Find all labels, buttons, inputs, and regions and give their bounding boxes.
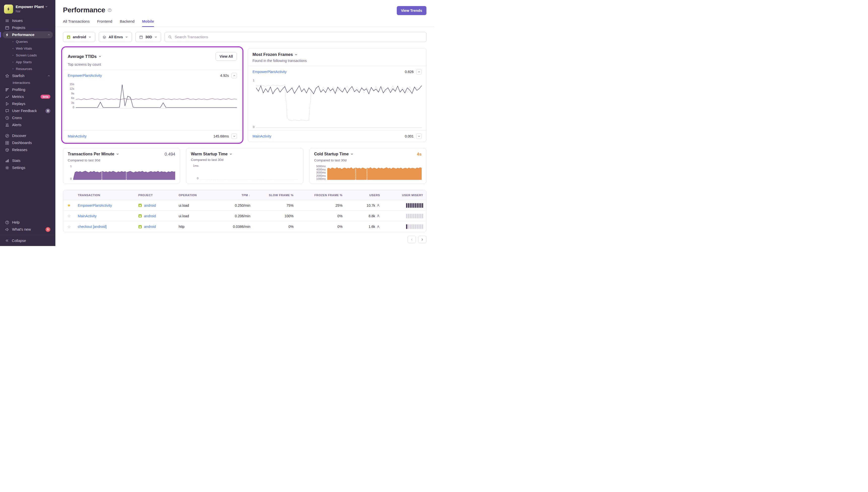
calendar-icon: [139, 35, 143, 39]
average-ttids-title-dropdown[interactable]: Average TTIDs: [68, 54, 101, 59]
tab-all-transactions[interactable]: All Transactions: [63, 19, 90, 27]
misery-bar: [418, 214, 420, 218]
collapse-row-button[interactable]: [416, 69, 422, 75]
sidebar-subitem-resources[interactable]: Resources: [2, 66, 53, 72]
sidebar-subitem-interactions[interactable]: Interactions: [2, 79, 53, 86]
sidebar-item-label: Profiling: [12, 88, 50, 92]
sidebar-item-replays[interactable]: Replays: [2, 100, 53, 107]
sidebar-subitem-label: Interactions: [12, 81, 30, 84]
stats-icon: [5, 158, 9, 163]
users-cell: 10.7k: [346, 203, 383, 207]
sidebar-item-starfish[interactable]: Starfish: [2, 72, 53, 79]
column-header-transaction[interactable]: TRANSACTION: [75, 194, 135, 197]
transaction-link[interactable]: MainActivity: [253, 134, 405, 138]
transactions-per-minute-card: Transactions Per Minute 0.494 Compared t…: [63, 148, 180, 184]
chevron-down-icon: [98, 55, 101, 58]
column-header-tpm[interactable]: TPM↓: [213, 194, 253, 197]
search-input[interactable]: [174, 35, 423, 39]
star-outline-icon[interactable]: ☆: [63, 214, 75, 218]
y-tick-label: 12s: [70, 87, 74, 90]
column-header-operation[interactable]: OPERATION: [176, 194, 213, 197]
tab-mobile[interactable]: Mobile: [142, 19, 154, 27]
chevron-up-icon: [233, 74, 236, 77]
misery-bar: [420, 224, 422, 229]
sidebar-item-releases[interactable]: Releases: [2, 146, 53, 153]
sidebar-subitem-app-starts[interactable]: App Starts: [2, 59, 53, 66]
previous-page-button[interactable]: [408, 236, 416, 243]
environment-filter-dropdown[interactable]: All Envs: [99, 32, 132, 42]
most-frozen-frames-chart: [256, 79, 422, 128]
sidebar-item-issues[interactable]: Issues: [2, 17, 53, 24]
sidebar-item-projects[interactable]: Projects: [2, 24, 53, 31]
column-header-slow-frame-[interactable]: SLOW FRAME %: [253, 194, 297, 197]
cold-startup-title-dropdown[interactable]: Cold Startup Time: [314, 152, 354, 156]
frozen-row-mainactivity: MainActivity 0.001: [248, 130, 426, 142]
slow-frame-cell: 0%: [253, 225, 297, 229]
sidebar-item-whats-new[interactable]: What's new5: [2, 226, 53, 233]
search-box: [164, 32, 427, 42]
column-header-user-misery[interactable]: USER MISERY: [383, 194, 426, 197]
operation-value: ui.load: [178, 214, 189, 218]
expand-row-button[interactable]: [416, 133, 422, 139]
sidebar-item-discover[interactable]: Discover: [2, 132, 53, 139]
transaction-link[interactable]: MainActivity: [68, 134, 213, 138]
tab-backend[interactable]: Backend: [120, 19, 134, 27]
sidebar-subitem-queries[interactable]: Queries: [2, 38, 53, 45]
sidebar-item-stats[interactable]: Stats: [2, 157, 53, 164]
sidebar-item-crons[interactable]: Crons: [2, 114, 53, 121]
sidebar-item-alerts[interactable]: Alerts: [2, 121, 53, 128]
transaction-link[interactable]: MainActivity: [75, 214, 135, 218]
sort-desc-icon: ↓: [249, 194, 250, 197]
collapse-row-button[interactable]: [231, 73, 237, 78]
help-circle-icon[interactable]: [107, 8, 112, 13]
date-range-dropdown[interactable]: 30D: [135, 32, 161, 42]
tab-frontend[interactable]: Frontend: [97, 19, 112, 27]
expand-row-button[interactable]: [231, 133, 237, 139]
ttid-row-empowerplantactivity: EmpowerPlantActivity 4.92s: [63, 70, 241, 81]
project-cell[interactable]: android: [135, 203, 176, 207]
view-trends-button[interactable]: View Trends: [397, 6, 427, 15]
tpm-cell: 0.206/min: [213, 214, 253, 218]
column-header-project[interactable]: PROJECT: [135, 194, 176, 197]
sidebar-item-profiling[interactable]: Profiling: [2, 86, 53, 93]
y-axis-labels: 1ms0: [191, 164, 198, 180]
star-outline-icon[interactable]: ☆: [63, 224, 75, 229]
column-header-frozen-frame-[interactable]: FROZEN FRAME %: [297, 194, 346, 197]
org-switcher[interactable]: Empower Plant Nar: [0, 3, 55, 17]
android-icon: [138, 225, 142, 229]
transaction-link[interactable]: EmpowerPlantActivity: [253, 70, 405, 74]
transaction-link[interactable]: checkout [android]: [75, 225, 135, 229]
project-cell[interactable]: android: [135, 214, 176, 218]
sidebar-item-dashboards[interactable]: Dashboards: [2, 139, 53, 146]
star-filled-icon[interactable]: ★: [63, 203, 75, 208]
sidebar-item-metrics[interactable]: Metricsbeta: [2, 93, 53, 100]
sidebar-item-user-feedback[interactable]: User Feedback8: [2, 107, 53, 114]
starfish-icon: [5, 74, 9, 78]
nav-group-gap: [2, 128, 53, 132]
transaction-link[interactable]: EmpowerPlantActivity: [68, 74, 220, 78]
y-tick-label: 9s: [71, 92, 74, 95]
misery-bar: [410, 203, 411, 208]
project-cell[interactable]: android: [135, 225, 176, 229]
y-tick-label: 0: [73, 106, 74, 109]
next-page-button[interactable]: [418, 236, 427, 243]
sidebar-item-performance[interactable]: Performance: [2, 31, 53, 38]
view-all-button[interactable]: View All: [215, 52, 237, 61]
warm-startup-chart: [200, 164, 298, 180]
frozen-frames-title-dropdown[interactable]: Most Frozen Frames: [253, 52, 298, 57]
transaction-link[interactable]: EmpowerPlantActivity: [75, 203, 135, 207]
sidebar-subitem-web-vitals[interactable]: Web Vitals: [2, 45, 53, 52]
sidebar-collapse-button[interactable]: Collapse: [0, 235, 55, 246]
tpm-title-dropdown[interactable]: Transactions Per Minute: [68, 152, 119, 156]
feedback-icon: [5, 109, 9, 113]
sidebar-item-settings[interactable]: Settings: [2, 164, 53, 171]
column-header-users[interactable]: USERS: [346, 194, 383, 197]
y-tick-label: 15s: [70, 82, 74, 85]
misery-bar: [417, 203, 418, 208]
chevron-left-icon: [410, 238, 413, 241]
warm-startup-title-dropdown[interactable]: Warm Startup Time: [191, 152, 232, 156]
sidebar-subitem-screen-loads[interactable]: Screen Loads: [2, 52, 53, 59]
sidebar-item-help[interactable]: Help: [2, 219, 53, 226]
project-filter-dropdown[interactable]: android: [63, 32, 95, 42]
sidebar-item-label: Dashboards: [12, 141, 50, 145]
